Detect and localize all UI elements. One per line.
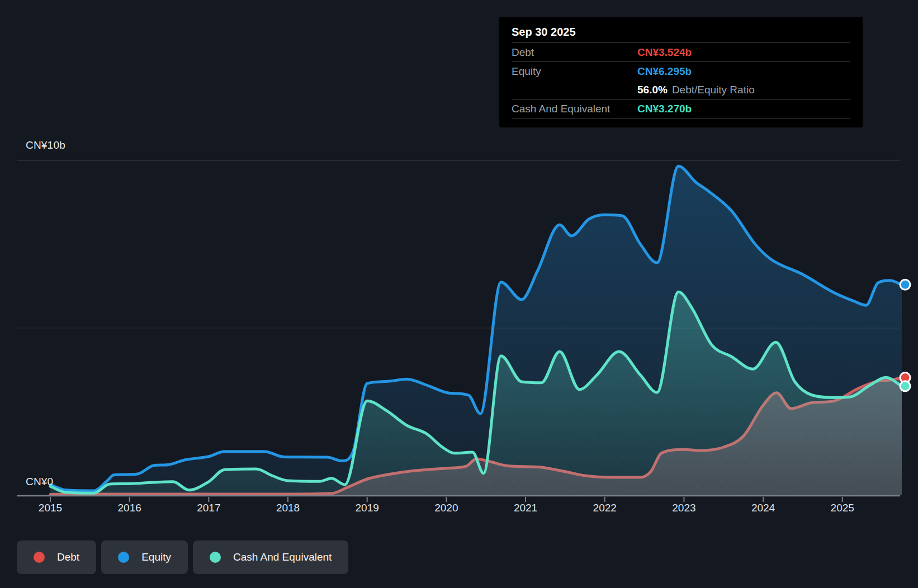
tooltip-cash-label: Cash And Equivalent	[512, 103, 637, 115]
tooltip-row-cash: Cash And Equivalent CN¥3.270b	[512, 99, 850, 118]
x-axis-tick-2024: 2024	[751, 502, 775, 514]
series-end-marker	[900, 381, 910, 391]
x-axis-tick-2023: 2023	[672, 502, 695, 514]
debt-equity-history-chart: CN¥10b CN¥0 2015201620172018201920202021…	[0, 0, 918, 588]
equity-dot-icon	[118, 552, 129, 563]
tooltip-ratio-label: Debt/Equity Ratio	[672, 84, 755, 96]
legend-item-cash[interactable]: Cash And Equivalent	[193, 540, 348, 574]
tooltip-row-ratio: 56.0% Debt/Equity Ratio	[512, 80, 850, 99]
legend-item-equity[interactable]: Equity	[101, 540, 188, 574]
tooltip-cash-value: CN¥3.270b	[637, 103, 692, 115]
x-axis-tick-2018: 2018	[276, 502, 300, 514]
tooltip-debt-label: Debt	[512, 46, 637, 59]
x-axis-tick-2017: 2017	[197, 502, 220, 514]
tooltip-row-debt: Debt CN¥3.524b	[512, 43, 850, 62]
tooltip-equity-label: Equity	[512, 65, 637, 78]
cash-dot-icon	[210, 552, 221, 563]
x-axis-tick-2021: 2021	[514, 502, 537, 514]
y-axis-label-zero: CN¥0	[26, 476, 53, 488]
legend-cash-label: Cash And Equivalent	[233, 551, 332, 563]
legend-equity-label: Equity	[141, 551, 171, 563]
series-end-marker	[900, 279, 910, 290]
x-axis-tick-2016: 2016	[118, 502, 141, 514]
x-axis-tick-2015: 2015	[39, 502, 62, 514]
tooltip-date: Sep 30 2025	[512, 22, 850, 43]
chart-tooltip: Sep 30 2025 Debt CN¥3.524b Equity CN¥6.2…	[499, 17, 863, 127]
legend-debt-label: Debt	[57, 551, 79, 563]
chart-legend: Debt Equity Cash And Equivalent	[17, 540, 348, 574]
x-axis-tick-2025: 2025	[831, 502, 854, 514]
tooltip-equity-value: CN¥6.295b	[637, 65, 692, 78]
debt-dot-icon	[34, 552, 45, 563]
legend-item-debt[interactable]: Debt	[17, 540, 96, 574]
x-axis-tick-2020: 2020	[434, 502, 458, 514]
x-axis-tick-2019: 2019	[356, 502, 379, 514]
x-axis-tick-2022: 2022	[593, 502, 617, 514]
tooltip-debt-value: CN¥3.524b	[637, 46, 692, 59]
y-axis-label-top: CN¥10b	[26, 139, 65, 151]
tooltip-ratio-value: 56.0%	[637, 84, 668, 96]
tooltip-row-equity: Equity CN¥6.295b	[512, 62, 850, 80]
